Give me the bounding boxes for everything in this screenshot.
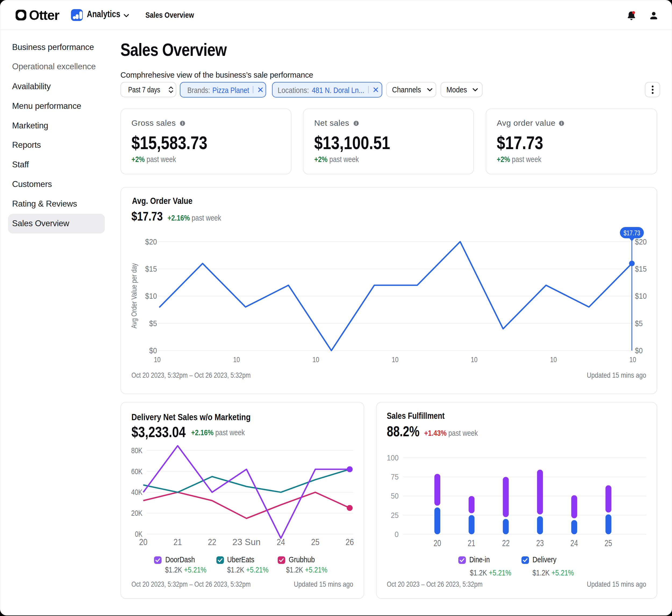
svg-text:$0: $0 [149, 346, 157, 355]
svg-text:10: 10 [392, 355, 399, 364]
svg-text:10: 10 [312, 355, 319, 364]
svg-text:21: 21 [174, 537, 182, 547]
svg-text:10: 10 [233, 355, 240, 364]
svg-text:Delivery: Delivery [533, 555, 556, 564]
svg-text:75: 75 [391, 472, 399, 481]
svg-text:Grubhub: Grubhub [289, 555, 315, 564]
svg-text:$10: $10 [635, 291, 647, 300]
svg-text:$20: $20 [635, 237, 647, 246]
svg-text:$20: $20 [145, 237, 157, 246]
svg-text:$0: $0 [635, 346, 643, 355]
svg-text:100: 100 [387, 453, 399, 462]
svg-text:50: 50 [391, 491, 399, 500]
svg-text:21: 21 [468, 538, 475, 548]
svg-text:$1.2K +5.21%: $1.2K +5.21% [470, 568, 511, 577]
svg-text:$15: $15 [635, 264, 647, 273]
svg-text:20K: 20K [131, 509, 142, 517]
svg-text:80K: 80K [131, 446, 142, 455]
svg-text:25: 25 [391, 511, 399, 520]
svg-text:40K: 40K [131, 488, 142, 496]
svg-text:Avg Order Value per day: Avg Order Value per day [130, 263, 138, 328]
svg-text:23: 23 [536, 538, 544, 548]
svg-text:25: 25 [311, 537, 319, 547]
svg-text:$15: $15 [145, 264, 157, 273]
svg-text:20: 20 [139, 537, 147, 547]
svg-text:$10: $10 [145, 291, 157, 300]
svg-text:$1.2K +5.21%: $1.2K +5.21% [165, 565, 206, 574]
svg-text:Dine-in: Dine-in [469, 555, 490, 564]
svg-text:$5: $5 [635, 319, 643, 328]
svg-text:22: 22 [502, 538, 510, 548]
svg-text:$1.2K +5.21%: $1.2K +5.21% [286, 565, 327, 574]
svg-text:$17.73: $17.73 [624, 229, 640, 237]
svg-text:22: 22 [208, 537, 216, 547]
svg-text:26: 26 [346, 537, 354, 547]
svg-text:$5: $5 [149, 319, 157, 328]
svg-text:23 Sun: 23 Sun [232, 537, 261, 547]
svg-text:25: 25 [605, 538, 612, 548]
svg-text:20: 20 [434, 538, 441, 548]
svg-text:$1.2K +5.21%: $1.2K +5.21% [227, 565, 268, 574]
svg-text:$1.2K +5.21%: $1.2K +5.21% [533, 568, 574, 577]
svg-text:UberEats: UberEats [227, 555, 254, 564]
svg-text:10: 10 [471, 355, 478, 364]
svg-text:10: 10 [550, 355, 557, 364]
svg-text:10: 10 [630, 355, 636, 364]
svg-text:10: 10 [154, 355, 161, 364]
svg-text:60K: 60K [131, 467, 142, 476]
svg-text:0: 0 [395, 530, 399, 539]
svg-text:24: 24 [570, 538, 578, 548]
svg-text:DoorDash: DoorDash [165, 555, 195, 564]
